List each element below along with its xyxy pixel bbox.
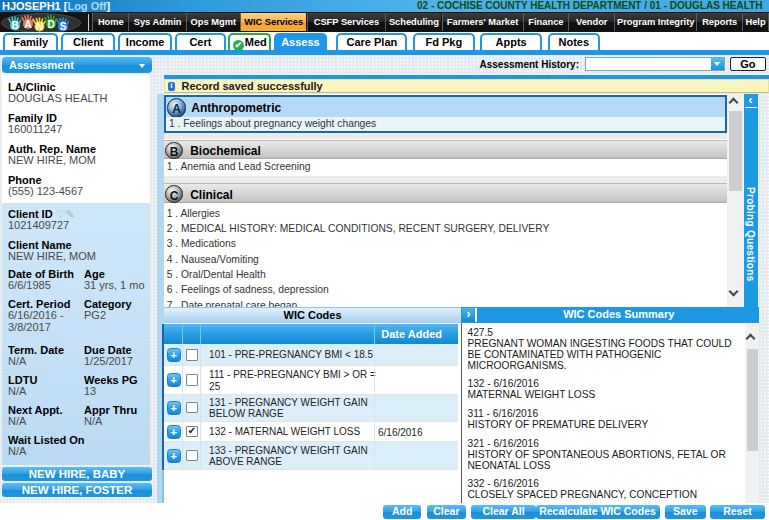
svg-text:D: D: [47, 18, 54, 29]
svg-text:N: N: [36, 21, 43, 32]
svg-text:S: S: [60, 21, 67, 32]
svg-text:A: A: [24, 18, 31, 29]
svg-text:B: B: [11, 20, 18, 31]
